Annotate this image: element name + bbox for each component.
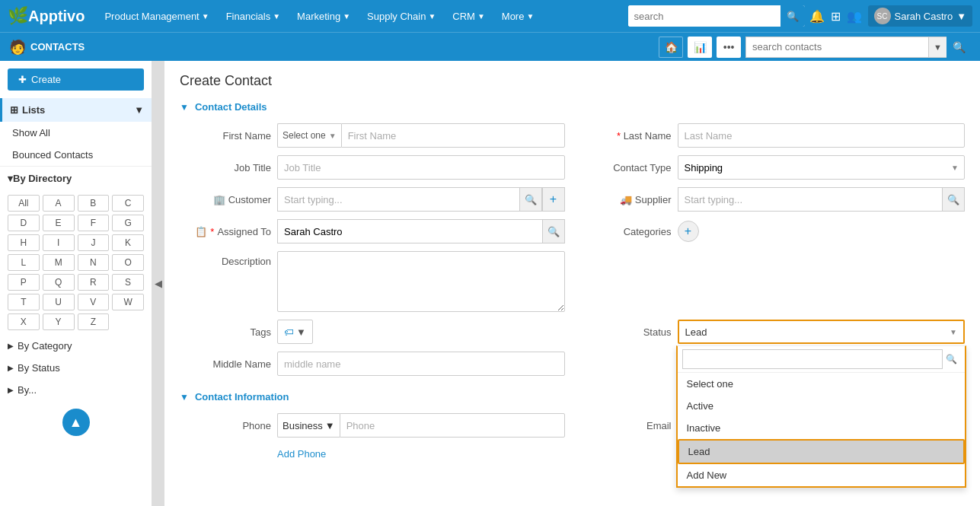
dir-button-i[interactable]: I (43, 234, 75, 251)
dir-button-s[interactable]: S (112, 274, 144, 291)
scroll-up-button[interactable]: ▲ (62, 409, 90, 436)
dir-button-h[interactable]: H (8, 234, 40, 251)
sidebar-item-show-all[interactable]: Show All (0, 122, 152, 144)
nav-supply-chain[interactable]: Supply Chain ▼ (359, 8, 443, 25)
dir-button-k[interactable]: K (112, 234, 144, 251)
sidebar-item-bounced-contacts[interactable]: Bounced Contacts (0, 144, 152, 166)
status-option-select-one[interactable]: Select one (678, 373, 966, 395)
dir-button-f[interactable]: F (78, 215, 110, 231)
last-name-input[interactable] (678, 123, 966, 148)
more-options-button[interactable]: ••• (717, 37, 741, 58)
dir-button-w[interactable]: W (112, 294, 144, 310)
dir-button-r[interactable]: R (78, 274, 110, 291)
dir-button-j[interactable]: J (78, 234, 110, 251)
description-textarea[interactable] (277, 251, 565, 312)
dir-button-z[interactable]: Z (78, 313, 110, 330)
status-dropdown-button[interactable]: Lead ▼ (678, 320, 966, 344)
assigned-to-search-button[interactable]: 🔍 (542, 219, 565, 243)
tags-button[interactable]: 🏷 ▼ (277, 320, 313, 344)
dir-button-l[interactable]: L (8, 254, 40, 271)
dir-button-all[interactable]: All (8, 195, 40, 212)
nav-financials[interactable]: Financials ▼ (219, 8, 288, 25)
dir-button-q[interactable]: Q (43, 274, 75, 291)
customer-search-button[interactable]: 🔍 (519, 187, 542, 212)
sidebar-by-category[interactable]: ▶ By Category (0, 335, 152, 357)
by-directory-label: By Directory (13, 173, 72, 184)
first-name-prefix-button[interactable]: Select one ▼ (277, 123, 341, 148)
middle-name-input[interactable] (277, 352, 565, 376)
contact-details-header[interactable]: ▼ Contact Details (180, 101, 965, 113)
module-name: CONTACTS (30, 41, 85, 53)
dir-button-c[interactable]: C (112, 195, 144, 212)
dir-button-u[interactable]: U (43, 294, 75, 310)
status-option-inactive[interactable]: Inactive (678, 417, 966, 439)
assigned-to-input-wrap: 🔍 (277, 219, 565, 243)
top-nav-icons: 🔔 ⊞ 👥 SC Sarah Castro ▼ (809, 5, 972, 27)
customer-input[interactable] (277, 187, 519, 212)
dir-button-d[interactable]: D (8, 215, 40, 231)
notification-icon[interactable]: 🔔 (809, 9, 825, 24)
status-group: Status Lead ▼ 🔍 Select one Act (580, 320, 966, 344)
dir-button-o[interactable]: O (112, 254, 144, 271)
contact-type-group: Contact Type Shipping Billing Primary (580, 155, 966, 180)
tags-caret-icon: ▼ (296, 326, 306, 338)
supplier-input-wrap: 🔍 (678, 187, 966, 212)
search-contacts-dropdown[interactable]: ▼ (928, 37, 946, 58)
top-search-input[interactable] (628, 5, 780, 27)
user-menu[interactable]: SC Sarah Castro ▼ (868, 5, 972, 27)
dir-button-g[interactable]: G (112, 215, 144, 231)
sidebar-lists-section: ⊞ Lists ▼ Show All Bounced Contacts (0, 98, 152, 167)
phone-input[interactable] (340, 413, 565, 438)
search-contacts-input[interactable] (745, 37, 928, 58)
app-logo[interactable]: 🌿 Apptivo (8, 6, 85, 26)
top-search-button[interactable]: 🔍 (780, 5, 805, 27)
contacts-icon[interactable]: 👥 (847, 9, 862, 24)
status-option-lead[interactable]: Lead (678, 439, 966, 464)
sidebar-collapse-handle[interactable]: ◀ (152, 61, 164, 506)
description-label: Description (180, 256, 271, 267)
dir-button-y[interactable]: Y (43, 313, 75, 330)
chart-button[interactable]: 📊 (688, 37, 712, 58)
phone-type-button[interactable]: Business ▼ (277, 413, 340, 438)
assigned-to-input[interactable] (277, 219, 542, 243)
dir-button-v[interactable]: V (78, 294, 110, 310)
status-option-add-new[interactable]: Add New (678, 464, 966, 486)
dir-button-n[interactable]: N (78, 254, 110, 271)
add-phone-link[interactable]: Add Phone (277, 448, 326, 460)
supplier-search-button[interactable]: 🔍 (942, 187, 965, 212)
dir-button-t[interactable]: T (8, 294, 40, 310)
first-name-input[interactable] (341, 123, 565, 148)
nav-crm[interactable]: CRM ▼ (445, 8, 493, 25)
status-search-input[interactable] (682, 349, 943, 369)
job-title-input[interactable] (277, 155, 565, 180)
main-layout: ✚ Create ⊞ Lists ▼ Show All Bounced Cont… (0, 61, 980, 506)
search-contacts-go[interactable]: 🔍 (946, 37, 971, 58)
contact-type-select[interactable]: Shipping Billing Primary (678, 155, 966, 180)
nav-product-management[interactable]: Product Management ▼ (97, 8, 216, 25)
sidebar-by-more[interactable]: ▶ By... (0, 379, 152, 401)
customer-add-button[interactable]: + (542, 187, 565, 212)
contact-details-section: ▼ Contact Details First Name Select one … (180, 101, 965, 376)
sidebar-by-status[interactable]: ▶ By Status (0, 357, 152, 379)
sidebar-lists-header[interactable]: ⊞ Lists ▼ (0, 98, 152, 122)
nav-marketing[interactable]: Marketing ▼ (289, 8, 358, 25)
home-button[interactable]: 🏠 (659, 37, 683, 58)
dir-button-p[interactable]: P (8, 274, 40, 291)
logo-leaf-icon: 🌿 (8, 6, 28, 26)
supplier-input[interactable] (678, 187, 943, 212)
dir-button-e[interactable]: E (43, 215, 75, 231)
categories-add-button[interactable]: + (678, 221, 699, 242)
nav-more[interactable]: More ▼ (494, 8, 542, 25)
dir-button-a[interactable]: A (43, 195, 75, 212)
directory-grid: AllABCDEFGHIJKLMNOPQRSTUVWXYZ (0, 190, 152, 335)
create-button[interactable]: ✚ Create (8, 68, 144, 91)
by-directory-header[interactable]: ▾ By Directory (0, 167, 152, 190)
dir-button-x[interactable]: X (8, 313, 40, 330)
contact-info-collapse-icon: ▼ (180, 392, 189, 403)
phone-type-value: Business (283, 420, 323, 431)
name-row: First Name Select one ▼ * Last Name (180, 123, 965, 148)
status-option-active[interactable]: Active (678, 395, 966, 417)
apps-icon[interactable]: ⊞ (831, 9, 841, 24)
dir-button-m[interactable]: M (43, 254, 75, 271)
dir-button-b[interactable]: B (78, 195, 110, 212)
